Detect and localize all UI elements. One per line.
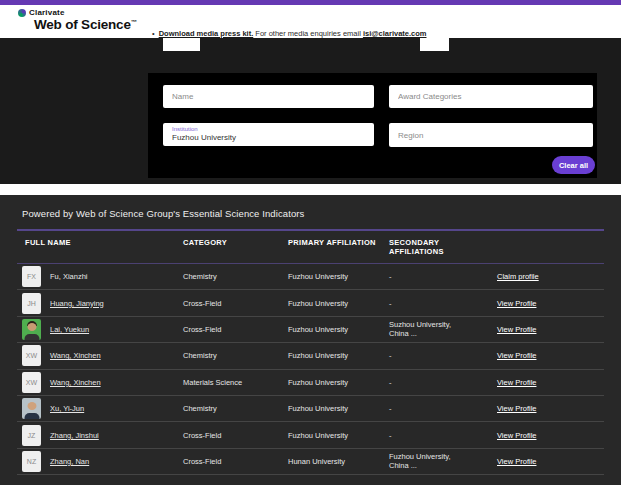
col-header-primary-affiliation: PRIMARY AFFILIATION [288,238,389,247]
web-of-science-wordmark: Web of Science™ [34,17,137,32]
avatar-initials: XW [22,345,41,366]
view-profile-link[interactable]: View Profile [497,378,536,387]
avatar-initials: XW [22,372,41,393]
primary-affiliation-cell: Fuzhou University [288,404,389,413]
view-profile-link[interactable]: View Profile [497,457,536,466]
results-section: Powered by Web of Science Group's Essent… [0,195,621,485]
table-row: Xu, Yi-Jun Chemistry Fuzhou University -… [17,396,604,422]
name-field[interactable] [163,85,374,108]
avatar-initials: FX [22,266,41,287]
category-cell: Cross-Field [183,431,288,440]
award-categories-field[interactable] [389,85,593,108]
press-kit-link[interactable]: Download media press kit. [159,29,254,38]
col-header-category: CATEGORY [183,238,288,247]
col-header-full-name: FULL NAME [17,238,183,247]
enquiries-text: For other media enquiries email [253,29,363,38]
secondary-affiliations-cell: - [389,431,497,440]
table-row: JH Huang, Jianying Cross-Field Fuzhou Un… [17,290,604,316]
table-row: Lai, Yuekun Cross-Field Fuzhou Universit… [17,317,604,343]
researcher-name-link[interactable]: Xu, Yi-Jun [50,404,84,413]
powered-by-text: Powered by Web of Science Group's Essent… [22,208,621,219]
primary-affiliation-cell: Hunan University [288,457,389,466]
table-header-row: FULL NAME CATEGORY PRIMARY AFFILIATION S… [17,231,604,264]
avatar-initials: JZ [22,425,41,446]
researcher-name: Fu, Xianzhi [50,272,88,281]
view-profile-link[interactable]: View Profile [497,351,536,360]
secondary-affiliations-cell: Suzhou University, China ... [389,320,497,338]
secondary-affiliations-cell: - [389,299,497,308]
view-profile-link[interactable]: View Profile [497,325,536,334]
view-profile-link[interactable]: View Profile [497,404,536,413]
secondary-affiliations-cell: - [389,378,497,387]
email-link[interactable]: isi@clarivate.com [363,29,427,38]
product-name: Web of Science [34,17,131,32]
award-categories-input[interactable] [389,85,593,108]
category-cell: Materials Science [183,378,288,387]
secondary-affiliations-cell: - [389,351,497,360]
researcher-name-link[interactable]: Zhang, Nan [50,457,89,466]
avatar-photo [22,398,41,419]
clear-all-button[interactable]: Clear all [552,156,595,174]
secondary-affiliations-cell: - [389,272,497,281]
search-filters-panel: Institution Fuzhou University Clear all [148,73,597,178]
institution-field[interactable]: Institution Fuzhou University [163,123,374,146]
category-cell: Cross-Field [183,325,288,334]
primary-affiliation-cell: Fuzhou University [288,299,389,308]
researchers-table: FULL NAME CATEGORY PRIMARY AFFILIATION S… [17,229,604,475]
clarivate-wordmark: Clarivate [29,8,65,17]
table-row: NZ Zhang, Nan Cross-Field Hunan Universi… [17,449,604,475]
view-profile-link[interactable]: View Profile [497,431,536,440]
category-cell: Cross-Field [183,457,288,466]
site-header: Clarivate Web of Science™ •Download medi… [0,5,621,38]
researcher-name-link[interactable]: Huang, Jianying [50,299,104,308]
category-cell: Cross-Field [183,299,288,308]
primary-affiliation-cell: Fuzhou University [288,431,389,440]
claim-profile-link[interactable]: Claim profile [497,272,539,281]
section-divider [0,184,621,195]
col-header-secondary-affiliations: SECONDARY AFFILIATIONS [389,238,497,256]
category-cell: Chemistry [183,272,288,281]
clarivate-logo-icon [18,9,26,17]
category-cell: Chemistry [183,351,288,360]
researcher-name-link[interactable]: Wang, Xinchen [50,378,101,387]
table-row: XW Wang, Xinchen Chemistry Fuzhou Univer… [17,343,604,369]
avatar-initials: NZ [22,451,41,472]
region-input[interactable] [389,123,593,147]
avatar-photo [22,319,41,340]
researcher-name-link[interactable]: Zhang, Jinshui [50,431,99,440]
ui-fragment [163,38,200,51]
avatar-initials: JH [22,293,41,314]
region-field[interactable] [389,123,593,147]
trademark-symbol: ™ [131,19,137,25]
secondary-affiliations-cell: - [389,404,497,413]
ui-fragment [420,38,449,51]
researcher-name-link[interactable]: Wang, Xinchen [50,351,101,360]
primary-affiliation-cell: Fuzhou University [288,378,389,387]
primary-affiliation-cell: Fuzhou University [288,272,389,281]
secondary-affiliations-cell: Fuzhou University, China ... [389,452,497,470]
view-profile-link[interactable]: View Profile [497,299,536,308]
category-cell: Chemistry [183,404,288,413]
media-enquiries-line: •Download media press kit. For other med… [152,29,427,38]
institution-value: Fuzhou University [172,133,374,143]
primary-affiliation-cell: Fuzhou University [288,351,389,360]
bullet: • [152,29,155,38]
primary-affiliation-cell: Fuzhou University [288,325,389,334]
table-row: FX Fu, Xianzhi Chemistry Fuzhou Universi… [17,264,604,290]
researcher-name-link[interactable]: Lai, Yuekun [50,325,89,334]
name-input[interactable] [163,85,374,108]
table-row: XW Wang, Xinchen Materials Science Fuzho… [17,370,604,396]
institution-label: Institution [172,126,374,133]
search-hero-section: Institution Fuzhou University Clear all [0,38,621,184]
logo[interactable]: Clarivate Web of Science™ [18,8,137,32]
table-row: JZ Zhang, Jinshui Cross-Field Fuzhou Uni… [17,422,604,448]
